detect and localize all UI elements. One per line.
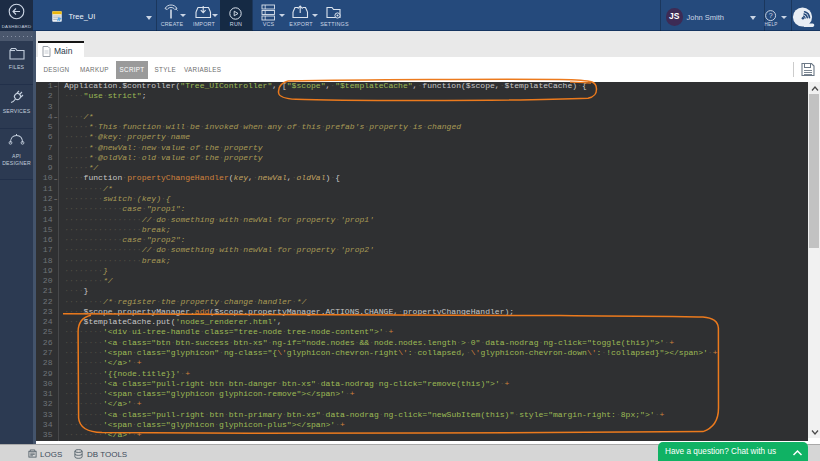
svg-text:?: ? <box>769 12 773 19</box>
